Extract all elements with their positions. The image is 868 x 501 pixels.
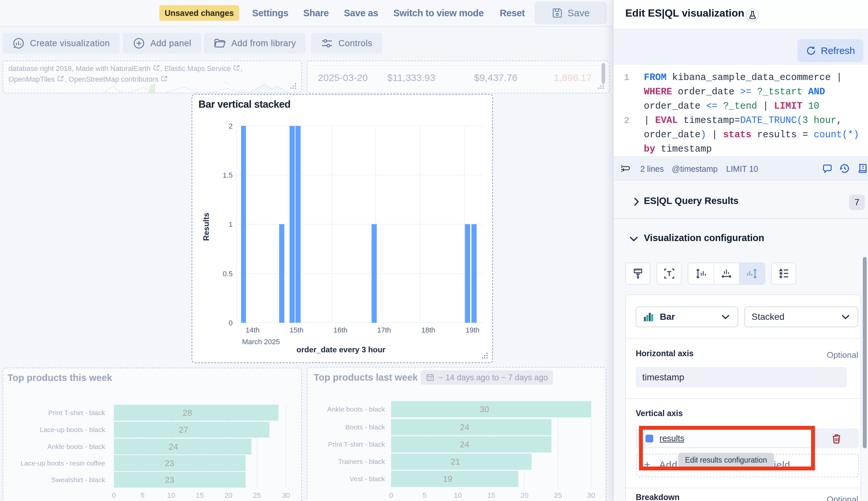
svg-text:1: 1 [229,220,233,228]
svg-text:5: 5 [422,491,427,499]
svg-text:21: 21 [451,457,460,467]
svg-text:30: 30 [587,491,595,499]
svg-text:Print T-shirt - black: Print T-shirt - black [328,440,385,448]
svg-text:14th: 14th [246,326,260,334]
svg-text:Boots - black: Boots - black [345,423,385,431]
svg-text:Trainers - black: Trainers - black [338,458,385,465]
svg-text:24: 24 [169,442,178,451]
svg-text:18th: 18th [421,326,435,334]
svg-text:Lace-up boots - resin coffee: Lace-up boots - resin coffee [21,459,105,467]
svg-text:28: 28 [183,408,192,418]
svg-text:19th: 19th [465,326,480,334]
svg-text:23: 23 [165,475,174,485]
svg-text:24: 24 [460,422,470,432]
svg-text:10: 10 [454,491,462,499]
svg-text:16th: 16th [333,326,347,334]
svg-text:19: 19 [443,474,452,484]
svg-text:25: 25 [554,491,562,499]
svg-text:2: 2 [229,122,233,130]
svg-text:1.5: 1.5 [223,171,233,179]
svg-text:Ankle boots - black: Ankle boots - black [327,405,385,413]
svg-text:30: 30 [480,404,489,414]
svg-text:25: 25 [253,491,261,499]
svg-text:30: 30 [282,491,290,499]
svg-text:Results: Results [202,213,211,241]
svg-text:Lace-up boots - black: Lace-up boots - black [40,426,105,433]
svg-text:15th: 15th [290,326,303,334]
svg-text:0: 0 [112,491,116,499]
svg-text:Print T-shirt - black: Print T-shirt - black [48,409,105,416]
svg-text:10: 10 [167,491,175,499]
svg-text:17th: 17th [377,326,391,334]
svg-text:15: 15 [487,491,495,499]
svg-text:0: 0 [389,491,393,499]
svg-text:Sweatshirt - black: Sweatshirt - black [51,476,105,483]
svg-text:15: 15 [196,491,204,499]
svg-text:23: 23 [165,458,174,468]
svg-text:March 2025: March 2025 [242,338,280,346]
svg-text:24: 24 [460,439,470,449]
svg-text:20: 20 [224,491,232,499]
svg-text:27: 27 [179,425,189,435]
svg-text:0: 0 [229,319,233,327]
svg-text:Vest - black: Vest - black [350,475,385,482]
svg-text:5: 5 [141,491,144,499]
svg-text:0.5: 0.5 [223,270,233,278]
svg-text:order_date every 3 hour: order_date every 3 hour [296,345,385,354]
svg-text:20: 20 [521,491,528,499]
svg-text:Ankle boots - black: Ankle boots - black [47,443,105,450]
